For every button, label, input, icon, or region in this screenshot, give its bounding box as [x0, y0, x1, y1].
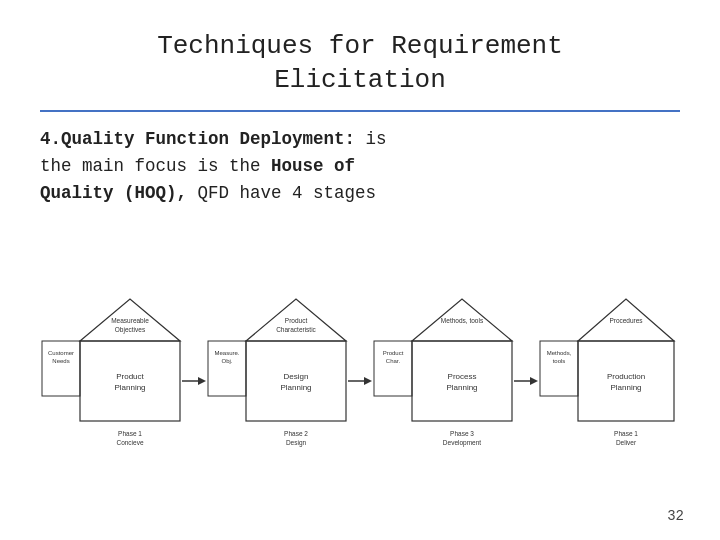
- svg-text:Product: Product: [285, 317, 308, 324]
- svg-text:Measureable: Measureable: [111, 317, 149, 324]
- svg-text:Obj.: Obj.: [221, 358, 232, 364]
- svg-text:Development: Development: [443, 439, 481, 447]
- page-number: 32: [667, 508, 684, 524]
- svg-text:Process: Process: [448, 372, 477, 381]
- svg-text:Methods,: Methods,: [547, 350, 572, 356]
- svg-text:Char.: Char.: [386, 358, 401, 364]
- svg-rect-3: [80, 341, 180, 421]
- svg-text:Phase 1: Phase 1: [614, 430, 638, 437]
- svg-text:Characteristic: Characteristic: [276, 326, 316, 333]
- svg-text:Design: Design: [286, 439, 307, 447]
- slide-title: Techniques for Requirement Elicitation: [40, 30, 680, 98]
- title-section: Techniques for Requirement Elicitation: [40, 30, 680, 98]
- title-line1: Techniques for Requirement: [157, 31, 563, 61]
- svg-text:Needs: Needs: [52, 358, 69, 364]
- svg-text:Customer: Customer: [48, 350, 74, 356]
- svg-rect-41: [578, 341, 674, 421]
- svg-text:Product: Product: [116, 372, 144, 381]
- svg-text:Planning: Planning: [280, 383, 311, 392]
- svg-text:Methods, tools: Methods, tools: [441, 317, 484, 324]
- svg-text:Product: Product: [383, 350, 404, 356]
- title-line2: Elicitation: [274, 65, 446, 95]
- title-divider: [40, 110, 680, 112]
- svg-text:Planning: Planning: [114, 383, 145, 392]
- svg-marker-12: [198, 377, 206, 385]
- svg-text:Deliver: Deliver: [616, 439, 637, 446]
- svg-text:Planning: Planning: [610, 383, 641, 392]
- svg-marker-25: [364, 377, 372, 385]
- content-line2: the main focus is the House of: [40, 156, 355, 176]
- svg-text:Objectives: Objectives: [115, 326, 146, 334]
- svg-marker-37: [530, 377, 538, 385]
- svg-text:Phase 3: Phase 3: [450, 430, 474, 437]
- content-line1: 4.Quality Function Deployment: is: [40, 129, 387, 149]
- svg-text:Phase 1: Phase 1: [118, 430, 142, 437]
- slide: Techniques for Requirement Elicitation 4…: [0, 0, 720, 540]
- qfd-diagram: Customer Needs Measureable Objectives Pr…: [40, 261, 680, 481]
- svg-text:Phase 2: Phase 2: [284, 430, 308, 437]
- svg-text:Procedures: Procedures: [609, 317, 643, 324]
- diagram-area: Customer Needs Measureable Objectives Pr…: [40, 223, 680, 520]
- svg-text:Planning: Planning: [446, 383, 477, 392]
- svg-text:Production: Production: [607, 372, 645, 381]
- content-block: 4.Quality Function Deployment: is the ma…: [40, 126, 680, 207]
- svg-rect-16: [246, 341, 346, 421]
- content-line3: Quality (HOQ), QFD have 4 stages: [40, 183, 376, 203]
- svg-text:Concieve: Concieve: [116, 439, 143, 446]
- svg-text:Measure.: Measure.: [214, 350, 239, 356]
- svg-text:tools: tools: [553, 358, 566, 364]
- svg-rect-29: [412, 341, 512, 421]
- svg-text:Design: Design: [284, 372, 309, 381]
